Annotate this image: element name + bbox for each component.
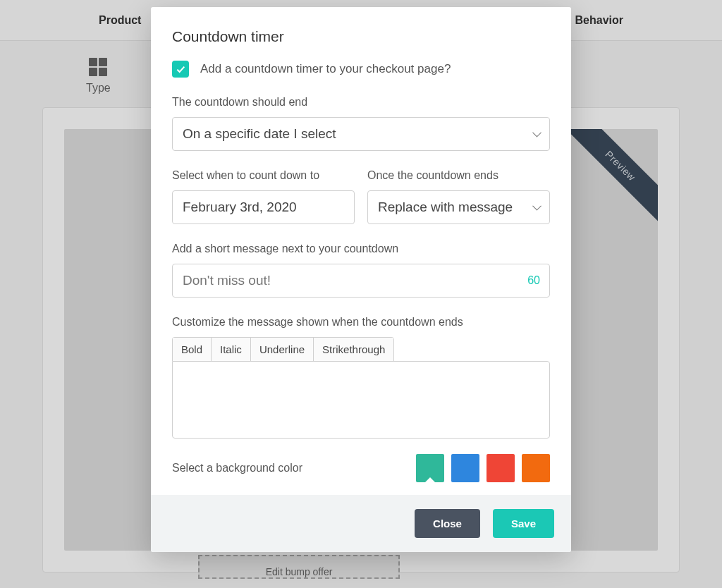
richtext-toolbar: Bold Italic Underline Strikethrough [172, 337, 394, 361]
short-message-input[interactable] [172, 264, 550, 298]
add-countdown-label: Add a countdown timer to your checkout p… [200, 62, 451, 76]
swatch-teal[interactable] [416, 454, 444, 482]
background-color-label: Select a background color [172, 462, 302, 474]
message-char-counter: 60 [527, 274, 540, 287]
italic-button[interactable]: Italic [212, 338, 251, 361]
swatch-orange[interactable] [522, 454, 550, 482]
countdown-end-label: The countdown should end [172, 96, 550, 109]
modal-title: Countdown timer [172, 28, 550, 45]
check-icon [175, 63, 186, 75]
short-message-label: Add a short message next to your countdo… [172, 243, 550, 255]
swatch-blue[interactable] [451, 454, 479, 482]
customize-message-label: Customize the message shown when the cou… [172, 316, 550, 329]
close-button[interactable]: Close [415, 509, 480, 538]
richtext-editor[interactable] [172, 361, 550, 439]
countdown-timer-modal: Countdown timer Add a countdown timer to… [151, 7, 571, 552]
underline-button[interactable]: Underline [251, 338, 314, 361]
modal-footer: Close Save [151, 495, 571, 552]
color-swatches [416, 454, 550, 482]
countdown-after-select[interactable]: Replace with message [367, 190, 550, 224]
countdown-date-input[interactable] [172, 190, 355, 224]
bold-button[interactable]: Bold [173, 338, 212, 361]
add-countdown-checkbox[interactable] [172, 61, 189, 78]
save-button[interactable]: Save [493, 509, 554, 538]
strikethrough-button[interactable]: Strikethrough [314, 338, 393, 361]
countdown-end-select[interactable]: On a specific date I select [172, 117, 550, 151]
swatch-red[interactable] [487, 454, 515, 482]
countdown-date-label: Select when to count down to [172, 169, 355, 182]
countdown-after-label: Once the countdown ends [367, 169, 550, 182]
